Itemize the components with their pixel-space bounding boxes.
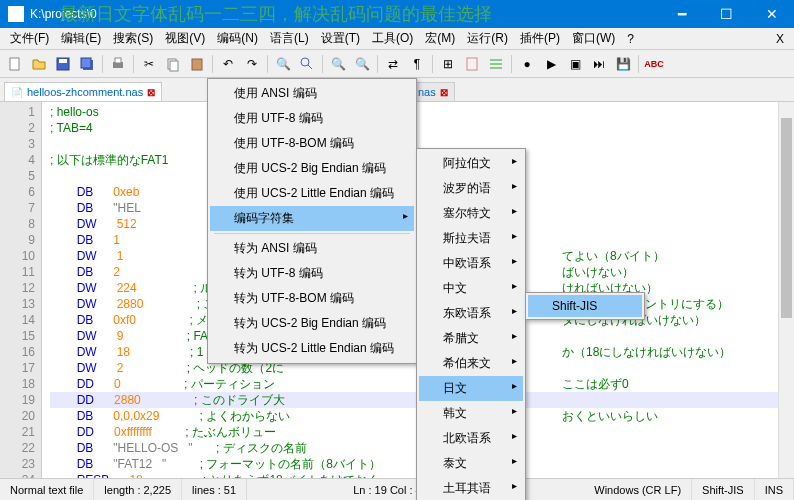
cut-icon[interactable]: ✂ <box>138 53 160 75</box>
menu-item[interactable]: 希腊文 <box>419 326 523 351</box>
app-icon <box>8 6 24 22</box>
maximize-button[interactable]: ☐ <box>704 0 749 28</box>
menu-item[interactable]: 使用 UTF-8-BOM 编码 <box>210 131 414 156</box>
menu-item[interactable]: Shift-JIS <box>528 295 642 317</box>
menu-6[interactable]: 设置(T) <box>315 28 366 49</box>
menu-item[interactable]: 使用 UCS-2 Little Endian 编码 <box>210 181 414 206</box>
menu-item[interactable]: 中文 <box>419 276 523 301</box>
svg-rect-6 <box>115 58 121 63</box>
undo-icon[interactable]: ↶ <box>217 53 239 75</box>
overlay-caption: 最新日文字体乱码一二三四，解决乱码问题的最佳选择 <box>60 2 492 26</box>
menu-item[interactable]: 波罗的语 <box>419 176 523 201</box>
vertical-scrollbar[interactable] <box>778 102 794 492</box>
print-icon[interactable] <box>107 53 129 75</box>
save-macro-icon[interactable]: 💾 <box>612 53 634 75</box>
menu-item[interactable]: 转为 ANSI 编码 <box>210 236 414 261</box>
menu-item[interactable]: 转为 UCS-2 Big Endian 编码 <box>210 311 414 336</box>
menu-12[interactable]: ? <box>621 30 640 48</box>
menu-item[interactable]: 转为 UTF-8-BOM 编码 <box>210 286 414 311</box>
menu-item[interactable]: 日文 <box>419 376 523 401</box>
svg-rect-11 <box>467 58 477 70</box>
zoom-out-icon[interactable]: 🔍 <box>351 53 373 75</box>
svg-rect-14 <box>490 67 502 69</box>
svg-rect-8 <box>170 61 178 71</box>
menu-bar: 文件(F)编辑(E)搜索(S)视图(V)编码(N)语言(L)设置(T)工具(O)… <box>0 28 794 50</box>
toolbar: ✂ ↶ ↷ 🔍 🔍 🔍 ⇄ ¶ ⊞ ● ▶ ▣ ⏭ 💾 ABC <box>0 50 794 78</box>
status-lines: lines : 51 <box>182 479 247 500</box>
menu-2[interactable]: 搜索(S) <box>107 28 159 49</box>
menu-item[interactable]: 使用 UCS-2 Big Endian 编码 <box>210 156 414 181</box>
title-bar: K:\projects\0 最新日文字体乱码一二三四，解决乱码问题的最佳选择 ━… <box>0 0 794 28</box>
menu-1[interactable]: 编辑(E) <box>55 28 107 49</box>
wrap-icon[interactable]: ⇄ <box>382 53 404 75</box>
find-icon[interactable]: 🔍 <box>272 53 294 75</box>
code-line[interactable]: ; TAB=4 <box>50 120 794 136</box>
tab-close-icon[interactable]: ⊠ <box>147 87 155 98</box>
status-encoding[interactable]: Shift-JIS <box>692 479 755 500</box>
svg-rect-9 <box>192 59 202 70</box>
svg-point-10 <box>301 58 309 66</box>
doc-map-icon[interactable] <box>461 53 483 75</box>
spellcheck-icon[interactable]: ABC <box>643 53 665 75</box>
svg-rect-4 <box>81 58 91 68</box>
japanese-submenu: Shift-JIS <box>525 292 645 320</box>
play-macro-icon[interactable]: ▶ <box>540 53 562 75</box>
status-bar: Normal text file length : 2,225 lines : … <box>0 478 794 500</box>
status-filetype: Normal text file <box>0 479 94 500</box>
menu-5[interactable]: 语言(L) <box>264 28 315 49</box>
paste-icon[interactable] <box>186 53 208 75</box>
menu-item[interactable]: 阿拉伯文 <box>419 151 523 176</box>
menu-item[interactable]: 使用 UTF-8 编码 <box>210 106 414 131</box>
tab-0[interactable]: 📄helloos-zhcomment.nas⊠ <box>4 82 162 101</box>
func-list-icon[interactable] <box>485 53 507 75</box>
menu-item[interactable]: 斯拉夫语 <box>419 226 523 251</box>
zoom-in-icon[interactable]: 🔍 <box>327 53 349 75</box>
minimize-button[interactable]: ━ <box>659 0 704 28</box>
copy-icon[interactable] <box>162 53 184 75</box>
play-multi-icon[interactable]: ⏭ <box>588 53 610 75</box>
menu-close-doc[interactable]: X <box>770 30 794 48</box>
menu-item[interactable]: 塞尔特文 <box>419 201 523 226</box>
menu-9[interactable]: 运行(R) <box>461 28 514 49</box>
svg-rect-2 <box>59 59 67 63</box>
menu-item[interactable]: 土耳其语 <box>419 476 523 500</box>
charset-submenu: 阿拉伯文波罗的语塞尔特文斯拉夫语中欧语系中文东欧语系希腊文希伯来文日文韩文北欧语… <box>416 148 526 500</box>
replace-icon[interactable] <box>296 53 318 75</box>
menu-8[interactable]: 宏(M) <box>419 28 461 49</box>
code-line[interactable]: ; hello-os <box>50 104 794 120</box>
menu-item[interactable]: 编码字符集 <box>210 206 414 231</box>
menu-item[interactable]: 希伯来文 <box>419 351 523 376</box>
menu-item[interactable]: 韩文 <box>419 401 523 426</box>
indent-guide-icon[interactable]: ⊞ <box>437 53 459 75</box>
record-macro-icon[interactable]: ● <box>516 53 538 75</box>
status-length: length : 2,225 <box>94 479 182 500</box>
save-all-icon[interactable] <box>76 53 98 75</box>
menu-item[interactable]: 中欧语系 <box>419 251 523 276</box>
line-gutter: 1234567891011121314151617181920212223242… <box>0 102 42 492</box>
menu-7[interactable]: 工具(O) <box>366 28 419 49</box>
svg-rect-12 <box>490 59 502 61</box>
stop-macro-icon[interactable]: ▣ <box>564 53 586 75</box>
redo-icon[interactable]: ↷ <box>241 53 263 75</box>
menu-item[interactable]: 转为 UCS-2 Little Endian 编码 <box>210 336 414 361</box>
menu-11[interactable]: 窗口(W) <box>566 28 621 49</box>
menu-0[interactable]: 文件(F) <box>4 28 55 49</box>
menu-10[interactable]: 插件(P) <box>514 28 566 49</box>
menu-4[interactable]: 编码(N) <box>211 28 264 49</box>
menu-item[interactable]: 转为 UTF-8 编码 <box>210 261 414 286</box>
new-file-icon[interactable] <box>4 53 26 75</box>
close-button[interactable]: ✕ <box>749 0 794 28</box>
tab-close-icon[interactable]: ⊠ <box>440 87 448 98</box>
menu-item[interactable]: 使用 ANSI 编码 <box>210 81 414 106</box>
hidden-chars-icon[interactable]: ¶ <box>406 53 428 75</box>
menu-3[interactable]: 视图(V) <box>159 28 211 49</box>
svg-rect-13 <box>490 63 502 65</box>
menu-item[interactable]: 东欧语系 <box>419 301 523 326</box>
menu-item[interactable]: 北欧语系 <box>419 426 523 451</box>
status-ovr[interactable]: INS <box>755 479 794 500</box>
save-icon[interactable] <box>52 53 74 75</box>
encoding-menu: 使用 ANSI 编码使用 UTF-8 编码使用 UTF-8-BOM 编码使用 U… <box>207 78 417 364</box>
open-file-icon[interactable] <box>28 53 50 75</box>
menu-item[interactable]: 泰文 <box>419 451 523 476</box>
status-eol[interactable]: Windows (CR LF) <box>584 479 692 500</box>
